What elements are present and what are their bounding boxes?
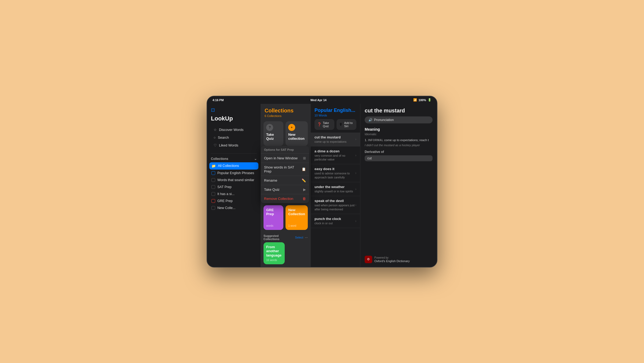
take-quiz-label: Take Quiz [266,133,281,143]
new-collection-action-label: New collection [288,133,305,143]
words-panel-count: 10 Words [314,114,356,117]
word-desc-weather: slightly unwell or in low spirits [314,189,353,193]
siri-icon: 🎙 [339,122,343,126]
collection-silent[interactable]: It has a si... [209,190,258,197]
new-collection-card-count: 1 word [288,224,305,227]
words-header: Popular English... 10 Words [311,104,360,119]
context-quiz-label: Take Quiz [264,188,280,192]
collection-sat[interactable]: SAT Prep [209,184,258,190]
new-collection-action-card[interactable]: + New collection [286,121,308,146]
informal-tag: INFORMAL [368,139,383,142]
all-collections-label: All Collections [218,164,239,168]
collections-label: Collections [211,157,228,161]
gre-prep-count: words [266,224,281,227]
liked-label: Liked Words [219,143,238,147]
siri-btn-label: Add to Siri [344,121,354,128]
derivative-tag: cut [365,155,433,161]
trash-icon: 🗑 [302,197,306,201]
from-another-language-card[interactable]: From another language 16 words [264,242,285,264]
status-time: 4:16 PM [213,98,224,102]
from-another-title: From another language [266,245,282,258]
collections-panel-title: Collections [265,108,307,114]
context-open-window[interactable]: Open in New Window ⊞ [261,154,309,163]
definition-title: cut the mustard [365,108,433,114]
word-name-punch: punch the clock [314,217,341,221]
context-rename[interactable]: Rename ✏️ [261,176,309,185]
word-desc-punch: clock in or out [314,221,341,225]
ipad-frame: 4:16 PM Wed Apr 14 📶 100% 🔋 ⊡ LookUp ☆ D… [207,96,437,267]
gre-prep-card[interactable]: GRE Prep words [264,205,283,230]
collections-list: 📁 All Collections Popular English Phrase… [207,162,261,267]
word-desc-dime: very common and of no particular value [314,154,355,162]
meaning-text: 1. INFORMAL come up to expectations; rea… [365,138,433,142]
context-quiz-icon: ▶ [303,188,306,192]
take-quiz-card[interactable]: ? Take Quiz [264,121,283,146]
checkbox-sound [211,178,215,182]
search-icon: ○ [214,135,216,140]
context-take-quiz[interactable]: Take Quiz ▶ [261,185,309,194]
rename-icon: ✏️ [302,178,306,182]
from-another-count: 16 words [266,259,282,262]
star-icon: ☆ [214,128,217,132]
definition-panel: cut the mustard 🔊 Pronunciation Meaning … [360,104,437,267]
meaning-label: Meaning [365,127,433,131]
word-name-easy: easy does it [314,167,355,171]
collections-header: Collections ⌄ [207,156,261,162]
folder-icon: 📁 [211,164,216,168]
heart-icon: ♡ [214,143,217,147]
context-menu: Options for SAT Prep Open in New Window … [261,146,309,203]
show-words-label: Show words in SAT Prep [264,165,302,173]
collection-sound[interactable]: Words that sound similar [209,177,258,184]
suggested-select-btn[interactable]: Select [295,236,303,239]
word-item-punch[interactable]: punch the clock clock in or out › [311,214,360,228]
open-window-label: Open in New Window [264,156,298,160]
meaning-example: I didn't cut the mustard as a hockey pla… [365,144,433,147]
sidebar-item-liked[interactable]: ♡ Liked Words [211,141,257,149]
add-to-siri-btn[interactable]: 🎙 Add to Siri [336,119,356,130]
oxford-name: Oxford's English Dictionary [374,259,410,263]
chevron-easy: › [355,171,356,175]
word-action-buttons: ❓ Take Quiz 🎙 Add to Siri [311,119,360,133]
chevron-punch: › [355,219,356,223]
word-desc-cut: come up to expectations [314,140,346,144]
word-item-devil[interactable]: speak of the devil said when person appe… [311,196,360,214]
checkbox-silent [211,192,215,196]
context-remove[interactable]: Remove Collection 🗑 [261,194,309,203]
word-item-weather[interactable]: under the weather slightly unwell or in … [311,182,360,196]
word-name-devil: speak of the devil [314,199,355,203]
suggested-dots-btn[interactable]: ··· [305,235,308,239]
quiz-btn-label: Take Quiz [323,121,332,128]
context-show-words[interactable]: Show words in SAT Prep 📋 [261,163,309,176]
rename-label: Rename [264,178,277,182]
word-item-dime[interactable]: a dime a dozen very common and of no par… [311,146,360,164]
collection-gre-label: GRE Prep [217,199,233,203]
battery-label: 100% [419,98,426,102]
status-date: Wed Apr 14 [310,98,327,102]
collection-gre[interactable]: GRE Prep [209,197,258,204]
collection-all[interactable]: 📁 All Collections [209,162,258,170]
pronunciation-button[interactable]: 🔊 Pronunciation [365,116,433,123]
collection-popular[interactable]: Popular English Phrases [209,170,258,177]
chevron-weather: › [355,187,356,191]
gre-prep-title: GRE Prep [266,208,281,223]
wifi-icon: 📶 [413,98,417,102]
collection-sat-label: SAT Prep [217,185,232,189]
chevron-down-icon[interactable]: ⌄ [254,157,257,161]
checkbox-new [211,206,215,210]
status-bar: 4:16 PM Wed Apr 14 📶 100% 🔋 [207,96,437,104]
word-item-cut[interactable]: cut the mustard come up to expectations … [311,133,360,146]
collection-new[interactable]: New Colle... [209,204,258,211]
speaker-icon: 🔊 [368,118,372,122]
sidebar-item-search[interactable]: ○ Search [211,134,257,141]
sidebar-divider [211,153,257,154]
suggested-title: Suggested Collections [264,234,294,241]
take-quiz-btn[interactable]: ❓ Take Quiz [314,119,334,130]
word-name-cut: cut the mustard [314,135,346,139]
words-panel: Popular English... 10 Words ❓ Take Quiz … [310,104,360,267]
new-collection-card[interactable]: New Collection 1 word [286,205,308,230]
derivative-label: Derivative of [365,150,433,154]
suggested-header: Suggested Collections Select ··· [261,233,310,242]
word-item-easy[interactable]: easy does it used to advise someone to a… [311,164,360,182]
sidebar-item-discover[interactable]: ☆ Discover Words [211,126,257,134]
pronunciation-label: Pronunciation [374,118,394,122]
